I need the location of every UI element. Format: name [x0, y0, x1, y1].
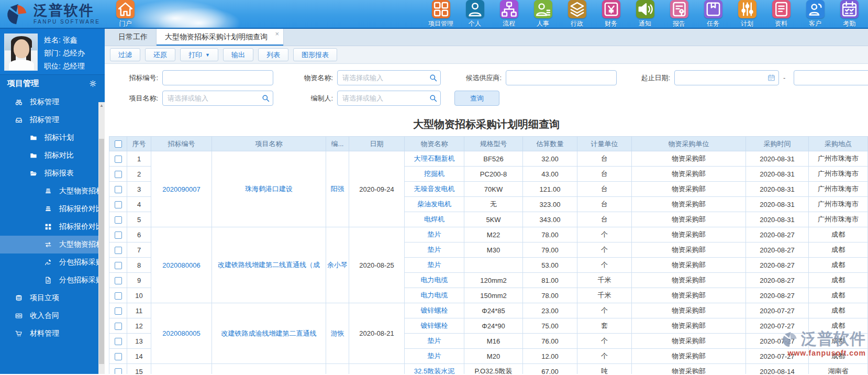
- row-checkbox[interactable]: [115, 368, 122, 374]
- app-nav-item-12[interactable]: 客户: [802, 0, 829, 28]
- material-name-cell-text[interactable]: 垫片: [428, 352, 441, 360]
- app-nav-item-10[interactable]: 计划: [733, 0, 761, 28]
- row-checkbox[interactable]: [115, 247, 122, 254]
- sidebar-item-10[interactable]: 分包招标采购计划: [0, 253, 105, 271]
- sidebar-item-13[interactable]: 收入合同: [0, 307, 105, 325]
- compiler-input[interactable]: [337, 91, 441, 106]
- compiler-cell-text[interactable]: 游恢: [331, 329, 344, 337]
- purchase-date-cell: 2020-08-27: [746, 227, 809, 242]
- material-name-cell-text[interactable]: 柴油发电机: [417, 200, 451, 208]
- sidebar-item-7[interactable]: 招标报价对比查询: [0, 200, 105, 218]
- candidate-supplier-input[interactable]: [506, 70, 617, 85]
- portal-button[interactable]: 门户: [112, 0, 139, 28]
- restore-button[interactable]: 还原: [145, 48, 175, 61]
- project-name-cell-text[interactable]: 改建铁路成渝线增建第二直通线: [221, 329, 317, 337]
- material-name-cell-text[interactable]: 电力电缆: [421, 276, 448, 284]
- sidebar-item-6[interactable]: 大型物资招标采购: [0, 182, 105, 200]
- list-button[interactable]: 列表: [258, 48, 288, 61]
- row-checkbox[interactable]: [115, 171, 122, 178]
- tab-daily-work[interactable]: 日常工作: [110, 29, 156, 46]
- row-checkbox[interactable]: [115, 323, 122, 330]
- app-nav-item-8[interactable]: 报告: [665, 0, 693, 28]
- gear-icon[interactable]: [88, 79, 97, 88]
- app-nav-item-5[interactable]: 行政: [563, 0, 591, 28]
- material-name-cell-text[interactable]: 电力电缆: [421, 291, 448, 299]
- row-checkbox[interactable]: [115, 201, 122, 208]
- material-name-cell-text[interactable]: 32.5散装水泥: [414, 367, 454, 374]
- row-checkbox[interactable]: [115, 156, 122, 163]
- date-from-input[interactable]: [674, 70, 779, 85]
- row-checkbox[interactable]: [115, 292, 122, 300]
- compiler-cell-text[interactable]: 余小琴: [327, 261, 348, 269]
- tender-no-cell-text[interactable]: 2020090007: [162, 185, 200, 193]
- select-all-checkbox[interactable]: [115, 140, 122, 148]
- purchase-date-cell-text: 2020-07-27: [760, 352, 795, 360]
- row-checkbox[interactable]: [115, 231, 122, 239]
- sidebar-item-12[interactable]: 项目立项: [0, 289, 105, 307]
- material-name-cell-text[interactable]: 镀锌螺栓: [421, 322, 448, 329]
- project-name-cell-text[interactable]: 珠海鹤港口建设: [245, 185, 293, 193]
- tender-no-input[interactable]: [162, 70, 273, 85]
- calendar-icon[interactable]: [767, 74, 775, 82]
- material-name-cell-text[interactable]: 电焊机: [424, 215, 444, 223]
- row-checkbox[interactable]: [115, 262, 122, 269]
- sidebar-item-1[interactable]: 投标管理: [0, 93, 105, 111]
- date-to-input[interactable]: [794, 70, 868, 85]
- tender-no-cell-text[interactable]: 2020080006: [162, 261, 200, 269]
- material-name-cell-text[interactable]: 大理石翻新机: [414, 155, 455, 162]
- tender-no-cell-text[interactable]: 2020080005: [162, 329, 200, 337]
- material-name-cell-text[interactable]: 无噪音发电机: [414, 185, 455, 193]
- tab-close-icon[interactable]: ×: [275, 30, 279, 37]
- scroll-up-arrow[interactable]: ▲: [98, 102, 105, 109]
- material-name-cell-text[interactable]: 垫片: [428, 261, 441, 269]
- row-checkbox[interactable]: [115, 277, 122, 284]
- sidebar-item-label: 招标报价对比明细: [59, 222, 105, 231]
- filter-button[interactable]: 过滤: [110, 48, 140, 61]
- sidebar-item-8[interactable]: 招标报价对比明细: [0, 218, 105, 236]
- sidebar-scrollbar[interactable]: ▲: [98, 102, 105, 374]
- print-button[interactable]: 打印▼: [180, 48, 218, 61]
- app-nav-item-11[interactable]: 资料: [767, 0, 795, 28]
- app-nav-item-13[interactable]: 考勤: [836, 0, 863, 28]
- material-name-cell-text[interactable]: 镀锌螺栓: [421, 306, 448, 314]
- search-icon[interactable]: [262, 94, 270, 102]
- search-icon[interactable]: [429, 74, 437, 82]
- sidebar-item-5[interactable]: 招标报表: [0, 164, 105, 182]
- sidebar-item-11[interactable]: 分包招标采购计划: [0, 271, 105, 289]
- sidebar-item-14[interactable]: 材料管理: [0, 325, 105, 343]
- search-icon[interactable]: [429, 94, 437, 102]
- row-checkbox[interactable]: [115, 353, 122, 360]
- chart-report-button[interactable]: 图形报表: [293, 48, 337, 61]
- compiler-cell-text[interactable]: 阳强: [331, 185, 344, 193]
- scrollbar-thumb[interactable]: [99, 139, 104, 364]
- app-nav-item-2[interactable]: 个人: [461, 0, 488, 28]
- material-name-cell-text[interactable]: 垫片: [428, 246, 441, 253]
- app-nav-item-7[interactable]: 通知: [631, 0, 659, 28]
- app-nav-item-4[interactable]: 人事: [529, 0, 557, 28]
- purchase-date-cell: 2020-08-14: [746, 364, 809, 374]
- material-name-cell: 挖掘机: [405, 167, 464, 182]
- row-checkbox[interactable]: [115, 338, 122, 345]
- material-name-cell-text[interactable]: 挖掘机: [424, 170, 444, 178]
- material-name-cell-text[interactable]: 垫片: [428, 337, 441, 345]
- sidebar-item-4[interactable]: 招标对比: [0, 147, 105, 164]
- query-button[interactable]: 查询: [454, 91, 499, 106]
- app-nav-item-6[interactable]: 财务: [597, 0, 625, 28]
- project-name-cell-text[interactable]: 改建铁路线增建第二线直通线（成: [218, 261, 320, 269]
- tab-procurement-query[interactable]: 大型物资招标采购计划明细查询 ×: [156, 29, 284, 46]
- material-name-input[interactable]: [337, 70, 441, 85]
- row-checkbox[interactable]: [115, 216, 122, 224]
- sidebar-item-9[interactable]: 大型物资招标采购: [0, 236, 105, 253]
- export-button[interactable]: 输出: [223, 48, 253, 61]
- app-nav-item-9[interactable]: 任务: [699, 0, 727, 28]
- purchase-dept-cell-text: 物资采购部: [672, 185, 706, 193]
- project-name-input[interactable]: [162, 91, 273, 106]
- row-select-cell: [109, 242, 127, 258]
- app-nav-item-3[interactable]: 流程: [495, 0, 522, 28]
- material-name-cell-text[interactable]: 垫片: [428, 230, 441, 238]
- app-nav-item-1[interactable]: 项目管理: [427, 0, 454, 28]
- sidebar-item-2[interactable]: 招标管理: [0, 111, 105, 129]
- row-checkbox[interactable]: [115, 186, 122, 193]
- row-checkbox[interactable]: [115, 307, 122, 315]
- sidebar-item-3[interactable]: 招标计划: [0, 129, 105, 147]
